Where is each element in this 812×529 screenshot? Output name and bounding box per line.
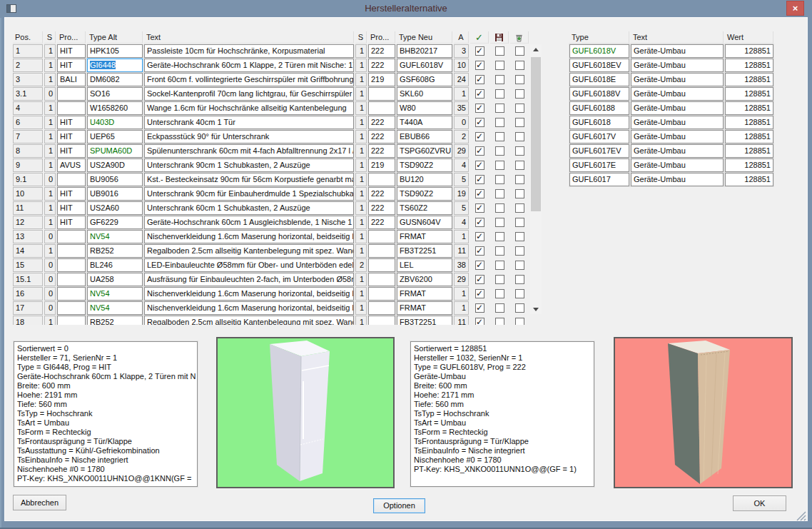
text-field[interactable]: Ausfräsung für Einbauleuchten 2-fach, im… [144,273,354,286]
save-checkbox[interactable] [495,61,504,70]
recycle-checkbox[interactable] [515,75,524,84]
accept-checkbox[interactable]: ✓ [475,289,484,298]
accept-checkbox[interactable]: ✓ [475,203,484,213]
alt-text-field[interactable]: Geräte-Umbau [631,59,724,72]
alt-text-field[interactable]: Geräte-Umbau [631,101,724,115]
ok-button[interactable]: OK [733,495,786,511]
accept-checkbox[interactable]: ✓ [475,275,484,284]
type-neu-field[interactable]: TS60Z2 [397,201,452,215]
save-checkbox[interactable] [495,104,504,113]
prog-field[interactable]: HIT [57,187,86,201]
type-neu-field[interactable]: FB3T2251 [397,244,452,258]
alt-type-field[interactable]: GUFL6017EV [569,144,629,158]
alt-text-field[interactable]: Geräte-Umbau [631,144,724,158]
save-checkbox[interactable] [495,289,504,298]
prog-field[interactable] [57,101,86,115]
prog-field[interactable] [57,273,86,286]
prog-field[interactable]: HIT [57,216,86,229]
save-checkbox[interactable] [495,132,504,141]
save-checkbox[interactable] [495,175,504,184]
recycle-checkbox[interactable] [515,61,524,70]
prog-field[interactable] [57,258,86,272]
prog-neu-field[interactable]: 219 [368,73,395,86]
prog-field[interactable] [57,287,86,301]
accept-checkbox[interactable]: ✓ [475,104,484,113]
alt-type-field[interactable]: GUFL6017 [569,173,629,186]
text-field[interactable]: Geräte-Hochschrank 60cm 1 Ausgleichsblen… [144,216,354,229]
accept-checkbox[interactable]: ✓ [475,46,484,56]
alt-wert-field[interactable]: 128851 [725,130,773,143]
prog-neu-field[interactable] [368,244,395,258]
save-checkbox[interactable] [495,232,504,241]
accept-checkbox[interactable]: ✓ [475,89,484,99]
recycle-checkbox[interactable] [515,46,524,56]
save-checkbox[interactable] [495,261,504,270]
save-checkbox[interactable] [495,303,504,313]
prog-field[interactable] [57,316,86,325]
text-field[interactable]: Unterschrank 40cm 1 Tür [144,116,354,129]
prog-neu-field[interactable] [368,230,395,243]
type-alt-field[interactable]: U403D [87,116,143,129]
alt-wert-field[interactable]: 128851 [725,144,773,158]
alt-type-field[interactable]: GUFL6018EV [569,59,629,72]
recycle-checkbox[interactable] [515,118,524,127]
prog-field[interactable]: HIT [57,144,86,158]
alt-text-field[interactable]: Geräte-Umbau [631,116,724,129]
prog-field[interactable]: AVUS [57,158,86,172]
text-field[interactable]: Front 60cm f. vollintegrierte Geschirrsp… [144,73,354,86]
resize-grip[interactable] [794,509,806,521]
text-field[interactable]: Eckpassstück 90° für Unterschrank [144,130,354,143]
prog-neu-field[interactable] [368,87,395,101]
type-alt-field[interactable]: SPUMA60D [87,144,143,158]
prog-field[interactable]: HIT [57,59,86,72]
recycle-checkbox[interactable] [515,246,524,256]
alt-text-field[interactable]: Geräte-Umbau [631,158,724,172]
prog-neu-field[interactable] [368,301,395,315]
prog-neu-field[interactable]: 222 [368,130,395,143]
alt-text-field[interactable]: Geräte-Umbau [631,87,724,101]
prog-neu-field[interactable]: 222 [368,116,395,129]
text-field[interactable]: Sockel-Kantenprofil 70cm lang lichtgrau,… [144,87,354,101]
type-neu-field[interactable]: GSF608G [397,73,452,86]
recycle-checkbox[interactable] [515,303,524,313]
recycle-checkbox[interactable] [515,232,524,241]
alt-wert-field[interactable]: 128851 [725,173,773,186]
text-field[interactable]: Unterschrank 90cm 1 Schubkasten, 2 Auszü… [144,158,354,172]
prog-neu-field[interactable]: 222 [368,144,395,158]
alt-wert-field[interactable]: 128851 [725,59,773,72]
recycle-checkbox[interactable] [515,203,524,213]
save-checkbox[interactable] [495,275,504,284]
prog-field[interactable] [57,173,86,186]
type-neu-field[interactable]: BHB20217 [397,44,452,58]
title-bar[interactable]: Herstelleralternative × [0,0,812,18]
options-button[interactable]: Optionen [373,498,425,513]
alt-type-field[interactable]: GUFL6018 [569,116,629,129]
accept-checkbox[interactable]: ✓ [475,261,484,270]
accept-checkbox[interactable]: ✓ [475,118,484,127]
type-neu-field[interactable]: FRMAT [397,230,452,243]
type-alt-field[interactable]: US2A90D [87,158,143,172]
alt-type-field[interactable]: GUFL6018V [569,44,629,58]
type-neu-field[interactable]: FRMAT [397,301,452,315]
alt-type-field[interactable]: GUFL6018E [569,73,629,86]
type-alt-field[interactable]: BL246 [87,258,143,272]
accept-checkbox[interactable]: ✓ [475,175,484,184]
type-neu-field[interactable]: LEL [397,258,452,272]
scroll-down-arrow[interactable] [530,304,542,314]
alt-wert-field[interactable]: 128851 [725,87,773,101]
type-neu-field[interactable]: SKL60 [397,87,452,101]
type-neu-field[interactable]: TSD90Z2 [397,187,452,201]
save-checkbox[interactable] [495,118,504,127]
alt-wert-field[interactable]: 128851 [725,73,773,86]
text-field[interactable]: Wange 1.6cm für Hochschränke allseitig K… [144,101,354,115]
save-checkbox[interactable] [495,46,504,56]
recycle-checkbox[interactable] [515,261,524,270]
recycle-checkbox[interactable] [515,275,524,284]
type-alt-field[interactable]: UEP65 [87,130,143,143]
recycle-checkbox[interactable] [515,146,524,156]
save-checkbox[interactable] [495,161,504,170]
prog-neu-field[interactable] [368,287,395,301]
text-field[interactable]: Geräte-Hochschrank 60cm 1 Klappe, 2 Türe… [144,59,354,72]
prog-field[interactable]: HIT [57,201,86,215]
recycle-checkbox[interactable] [515,89,524,99]
